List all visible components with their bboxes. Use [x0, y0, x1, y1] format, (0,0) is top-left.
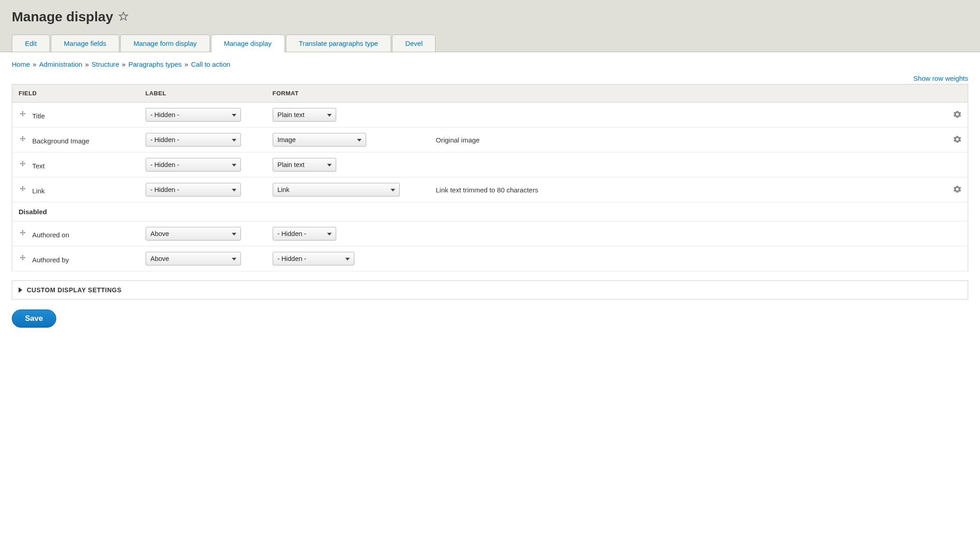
breadcrumb-separator: »	[30, 60, 39, 68]
gear-icon[interactable]	[953, 185, 961, 193]
primary-tabs: EditManage fieldsManage form displayMana…	[12, 34, 968, 52]
label-select[interactable]: Above	[146, 227, 241, 241]
column-header-label: LABEL	[139, 84, 266, 103]
triangle-right-icon	[19, 287, 22, 293]
tab-translate-paragraphs-type[interactable]: Translate paragraphs type	[286, 34, 392, 52]
table-row: Link- Hidden -LinkLink text trimmed to 8…	[12, 177, 968, 202]
save-button[interactable]: Save	[12, 309, 56, 328]
label-select[interactable]: - Hidden -	[146, 108, 241, 122]
drag-handle-icon[interactable]	[19, 229, 27, 237]
field-name: Background Image	[32, 137, 89, 145]
tab-devel[interactable]: Devel	[392, 34, 436, 52]
breadcrumb-separator: »	[119, 60, 128, 68]
drag-handle-icon[interactable]	[19, 160, 27, 168]
column-header-field: FIELD	[12, 84, 139, 103]
formatter-summary: Original image	[436, 136, 480, 144]
breadcrumb: Home»Administration»Structure»Paragraphs…	[12, 60, 968, 68]
drag-handle-icon[interactable]	[19, 110, 27, 118]
gear-icon[interactable]	[953, 135, 961, 143]
field-display-table: FIELD LABEL FORMAT Title- Hidden -Plain …	[12, 84, 968, 271]
drag-handle-icon[interactable]	[19, 254, 27, 262]
breadcrumb-link[interactable]: Administration	[39, 60, 82, 68]
field-name: Authored by	[32, 256, 69, 264]
label-select[interactable]: - Hidden -	[146, 133, 241, 147]
breadcrumb-separator: »	[82, 60, 91, 68]
table-row: Authored byAbove- Hidden -	[12, 246, 968, 271]
format-select[interactable]: Plain text	[273, 158, 336, 172]
format-select[interactable]: - Hidden -	[273, 227, 336, 241]
field-name: Authored on	[32, 231, 69, 239]
format-select[interactable]: Image	[273, 133, 366, 147]
page-title: Manage display	[12, 9, 113, 25]
table-row: Title- Hidden -Plain text	[12, 103, 968, 128]
label-select[interactable]: Above	[146, 252, 241, 265]
field-name: Link	[32, 187, 45, 195]
table-row: Authored onAbove- Hidden -	[12, 221, 968, 246]
custom-display-settings-label: CUSTOM DISPLAY SETTINGS	[27, 286, 122, 294]
format-select[interactable]: Plain text	[273, 108, 336, 122]
breadcrumb-link[interactable]: Paragraphs types	[128, 60, 182, 68]
tab-manage-form-display[interactable]: Manage form display	[120, 34, 210, 52]
breadcrumb-link[interactable]: Call to action	[191, 60, 230, 68]
tab-manage-fields[interactable]: Manage fields	[51, 34, 119, 52]
drag-handle-icon[interactable]	[19, 185, 27, 193]
admin-header: Manage display EditManage fieldsManage f…	[0, 0, 980, 52]
gear-icon[interactable]	[953, 110, 961, 118]
field-name: Text	[32, 162, 45, 170]
label-select[interactable]: - Hidden -	[146, 158, 241, 172]
drag-handle-icon[interactable]	[19, 135, 27, 143]
formatter-summary: Link text trimmed to 80 characters	[436, 186, 539, 194]
disabled-section-label: Disabled	[12, 202, 968, 221]
svg-marker-0	[119, 12, 127, 20]
format-select[interactable]: Link	[273, 183, 400, 196]
breadcrumb-link[interactable]: Home	[12, 60, 30, 68]
field-name: Title	[32, 112, 45, 120]
table-row: Text- Hidden -Plain text	[12, 152, 968, 177]
custom-display-settings-toggle[interactable]: CUSTOM DISPLAY SETTINGS	[12, 280, 968, 300]
column-header-format: FORMAT	[266, 84, 430, 103]
format-select[interactable]: - Hidden -	[273, 252, 354, 265]
tab-edit[interactable]: Edit	[12, 34, 50, 52]
show-row-weights-link[interactable]: Show row weights	[913, 74, 968, 82]
star-icon[interactable]	[118, 11, 128, 23]
table-row: Background Image- Hidden -ImageOriginal …	[12, 128, 968, 152]
label-select[interactable]: - Hidden -	[146, 183, 241, 196]
breadcrumb-separator: »	[182, 60, 191, 68]
breadcrumb-link[interactable]: Structure	[92, 60, 119, 68]
tab-manage-display[interactable]: Manage display	[211, 34, 285, 52]
